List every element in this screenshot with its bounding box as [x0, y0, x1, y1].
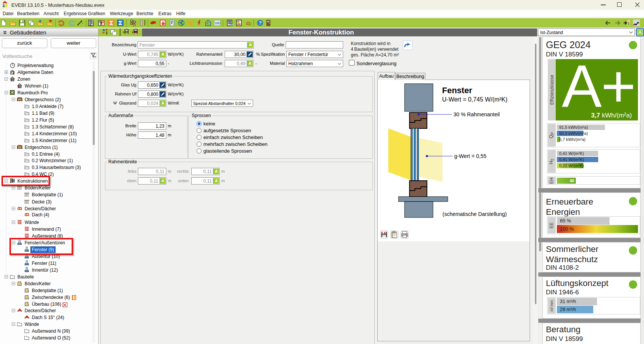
- svg-text:U-Wert = 0,745 W/(m²K): U-Wert = 0,745 W/(m²K): [442, 96, 508, 103]
- svg-text:€: €: [207, 22, 209, 26]
- svg-text:SBS: SBS: [215, 21, 220, 25]
- svg-text:?: ?: [259, 20, 261, 26]
- svg-text:30 % Rahmenanteil: 30 % Rahmenanteil: [453, 111, 500, 117]
- svg-text:Fenster: Fenster: [442, 86, 472, 95]
- svg-text:(schematische Darstellung): (schematische Darstellung): [442, 211, 507, 217]
- svg-text:g-Wert = 0,55: g-Wert = 0,55: [454, 153, 486, 159]
